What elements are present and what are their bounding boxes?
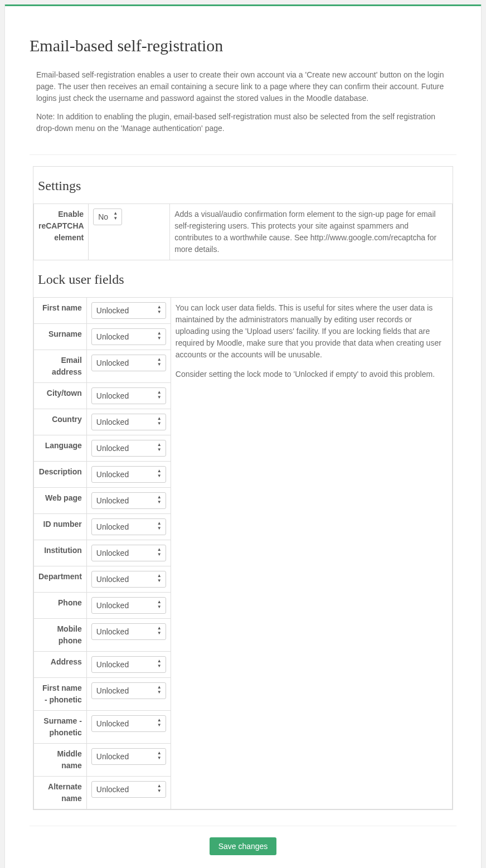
lock-field-control: Unlocked <box>86 619 171 652</box>
recaptcha-desc: Adds a visual/audio confirmation form el… <box>170 204 453 260</box>
lock-field-label: Surname <box>34 324 87 350</box>
intro-paragraph-1: Email-based self-registration enables a … <box>36 69 450 104</box>
lock-field-control: Unlocked <box>86 324 171 350</box>
lock-field-select-value: Unlocked <box>92 571 166 587</box>
lock-field-label: Language <box>34 435 87 462</box>
lock-field-select-value: Unlocked <box>92 355 166 371</box>
lock-field-select-value: Unlocked <box>92 749 166 764</box>
lock-field-select[interactable]: Unlocked <box>91 387 166 404</box>
lock-field-control: Unlocked <box>86 566 171 593</box>
lock-field-label: Address <box>34 652 87 678</box>
lock-field-select[interactable]: Unlocked <box>91 518 166 535</box>
footer-divider <box>30 826 456 826</box>
lock-field-label: ID number <box>34 514 87 540</box>
lock-field-label: Institution <box>34 540 87 566</box>
lock-field-control: Unlocked <box>86 652 171 678</box>
lock-field-select[interactable]: Unlocked <box>91 656 166 673</box>
intro-paragraph-2: Note: In addition to enabling the plugin… <box>36 111 450 134</box>
lock-field-select-value: Unlocked <box>92 683 166 699</box>
lock-field-control: Unlocked <box>86 678 171 711</box>
lock-field-select-value: Unlocked <box>92 782 166 797</box>
lock-field-select-value: Unlocked <box>92 657 166 672</box>
lock-field-select-value: Unlocked <box>92 598 166 613</box>
lock-field-label: Phone <box>34 593 87 619</box>
lock-field-control: Unlocked <box>86 383 171 409</box>
lock-field-select-value: Unlocked <box>92 329 166 345</box>
lock-field-select-value: Unlocked <box>92 493 166 508</box>
lock-field-label: Department <box>34 566 87 593</box>
lock-field-control: Unlocked <box>86 350 171 383</box>
lock-desc-paragraph-1: You can lock user data fields. This is u… <box>176 302 448 361</box>
settings-card: Email-based self-registration Email-base… <box>4 4 482 868</box>
recaptcha-select[interactable]: No <box>93 208 122 225</box>
lock-field-control: Unlocked <box>86 514 171 540</box>
lock-field-select[interactable]: Unlocked <box>91 302 166 319</box>
lock-field-select-value: Unlocked <box>92 467 166 482</box>
settings-heading: Settings <box>33 167 453 203</box>
lock-field-label: Email address <box>34 350 87 383</box>
lock-field-control: Unlocked <box>86 593 171 619</box>
lock-fields-desc: You can lock user data fields. This is u… <box>171 298 452 809</box>
save-button[interactable]: Save changes <box>210 837 277 855</box>
lock-field-control: Unlocked <box>86 744 171 777</box>
lock-fields-table: First nameUnlockedYou can lock user data… <box>33 297 453 809</box>
settings-table: Enable reCAPTCHA element No Adds a visua… <box>33 203 453 260</box>
lock-field-select[interactable]: Unlocked <box>91 545 166 561</box>
recaptcha-select-value: No <box>94 209 122 225</box>
lock-field-select-value: Unlocked <box>92 440 166 456</box>
lock-field-select-value: Unlocked <box>92 545 166 561</box>
lock-field-select[interactable]: Unlocked <box>91 748 166 765</box>
lock-field-select[interactable]: Unlocked <box>91 414 166 430</box>
lock-field-select-value: Unlocked <box>92 303 166 318</box>
lock-field-label: First name - phonetic <box>34 678 87 711</box>
lock-field-select[interactable]: Unlocked <box>91 328 166 345</box>
lock-field-select[interactable]: Unlocked <box>91 682 166 699</box>
lock-field-label: Country <box>34 409 87 435</box>
lock-field-control: Unlocked <box>86 777 171 809</box>
lock-field-select-value: Unlocked <box>92 716 166 731</box>
lock-field-control: Unlocked <box>86 462 171 488</box>
recaptcha-label: Enable reCAPTCHA element <box>34 204 89 260</box>
lock-field-label: Web page <box>34 488 87 514</box>
lock-field-label: City/town <box>34 383 87 409</box>
lock-field-control: Unlocked <box>86 435 171 462</box>
lock-field-label: First name <box>34 298 87 324</box>
lock-field-select[interactable]: Unlocked <box>91 466 166 483</box>
lock-field-select-value: Unlocked <box>92 414 166 430</box>
lock-field-label: Middle name <box>34 744 87 777</box>
lock-field-control: Unlocked <box>86 488 171 514</box>
lock-desc-paragraph-2: Consider setting the lock mode to 'Unloc… <box>176 368 448 380</box>
lock-field-select[interactable]: Unlocked <box>91 623 166 640</box>
lock-field-select[interactable]: Unlocked <box>91 597 166 614</box>
lock-field-control: Unlocked <box>86 540 171 566</box>
lock-field-label: Description <box>34 462 87 488</box>
lock-field-label: Mobile phone <box>34 619 87 652</box>
lock-field-select-value: Unlocked <box>92 624 166 639</box>
lock-field-control: Unlocked <box>86 711 171 744</box>
page-title: Email-based self-registration <box>30 33 456 58</box>
lock-field-select[interactable]: Unlocked <box>91 440 166 457</box>
lock-field-select-value: Unlocked <box>92 388 166 404</box>
lock-field-label: Surname - phonetic <box>34 711 87 744</box>
lock-field-select[interactable]: Unlocked <box>91 492 166 509</box>
lock-field-select[interactable]: Unlocked <box>91 571 166 588</box>
lock-heading: Lock user fields <box>33 260 453 297</box>
lock-field-control: Unlocked <box>86 409 171 435</box>
lock-field-control: Unlocked <box>86 298 171 324</box>
settings-box: Settings Enable reCAPTCHA element No Add… <box>33 166 453 810</box>
intro-block: Email-based self-registration enables a … <box>30 69 456 154</box>
lock-field-select-value: Unlocked <box>92 519 166 535</box>
divider <box>30 154 456 155</box>
lock-field-row: First nameUnlockedYou can lock user data… <box>34 298 453 324</box>
lock-field-label: Alternate name <box>34 777 87 809</box>
lock-field-select[interactable]: Unlocked <box>91 355 166 371</box>
lock-field-select[interactable]: Unlocked <box>91 781 166 798</box>
lock-field-select[interactable]: Unlocked <box>91 715 166 732</box>
